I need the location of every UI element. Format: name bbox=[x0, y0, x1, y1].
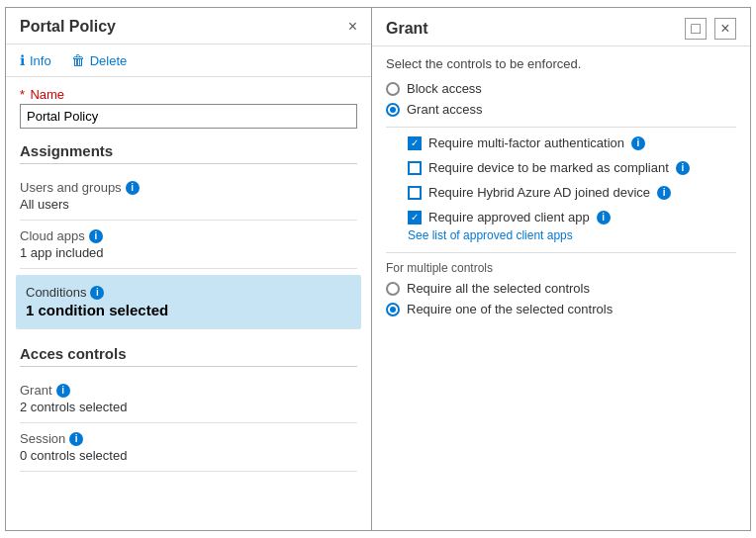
session-info-icon: i bbox=[69, 432, 83, 446]
grant-info-icon: i bbox=[56, 384, 70, 398]
require-all-label: Require all the selected controls bbox=[407, 281, 590, 296]
right-close-button[interactable]: × bbox=[714, 18, 736, 40]
hybrid-label: Require Hybrid Azure AD joined device bbox=[428, 185, 650, 200]
right-body: Select the controls to be enforced. Bloc… bbox=[372, 46, 750, 530]
compliant-info-icon: i bbox=[676, 161, 690, 175]
conditions-item[interactable]: Conditions i 1 condition selected bbox=[16, 275, 361, 329]
info-icon: ℹ bbox=[20, 52, 25, 68]
for-multiple-label: For multiple controls bbox=[386, 261, 736, 275]
maximize-button[interactable]: □ bbox=[685, 18, 707, 40]
right-panel-title: Grant bbox=[386, 20, 428, 38]
grant-item[interactable]: Grant i 2 controls selected bbox=[20, 375, 357, 423]
block-access-radio-circle bbox=[386, 82, 400, 96]
grant-access-label: Grant access bbox=[407, 102, 483, 117]
grant-label: Grant bbox=[20, 383, 52, 398]
right-header-buttons: □ × bbox=[685, 18, 736, 40]
cloud-apps-label: Cloud apps bbox=[20, 228, 85, 243]
mfa-checkbox-item[interactable]: Require multi-factor authentication i bbox=[408, 135, 736, 150]
delete-toolbar-item[interactable]: 🗑 Delete bbox=[71, 52, 128, 68]
cloud-apps-info-icon: i bbox=[89, 229, 103, 243]
approved-app-label: Require approved client app bbox=[428, 210, 590, 224]
compliant-checkbox-item[interactable]: Require device to be marked as compliant… bbox=[408, 160, 736, 175]
right-panel: Grant □ × Select the controls to be enfo… bbox=[372, 8, 750, 530]
hybrid-info-icon: i bbox=[657, 186, 671, 200]
left-panel-title: Portal Policy bbox=[20, 18, 116, 36]
access-controls-title: Acces controls bbox=[20, 345, 357, 367]
delete-label: Delete bbox=[90, 53, 128, 68]
cloud-apps-value: 1 app included bbox=[20, 245, 357, 260]
require-all-radio[interactable]: Require all the selected controls bbox=[386, 281, 736, 296]
left-header: Portal Policy × bbox=[6, 8, 371, 45]
approved-app-checkbox[interactable] bbox=[408, 211, 422, 224]
approved-app-info-icon: i bbox=[597, 211, 611, 224]
left-toolbar: ℹ Info 🗑 Delete bbox=[6, 45, 371, 77]
mfa-info-icon: i bbox=[631, 136, 645, 150]
cloud-apps-item[interactable]: Cloud apps i 1 app included bbox=[20, 221, 357, 269]
hybrid-checkbox-item[interactable]: Require Hybrid Azure AD joined device i bbox=[408, 185, 736, 200]
left-close-button[interactable]: × bbox=[348, 18, 357, 36]
session-label: Session bbox=[20, 431, 65, 446]
right-header: Grant □ × bbox=[372, 8, 750, 46]
compliant-label: Require device to be marked as compliant bbox=[428, 160, 669, 175]
access-radio-group: Block access Grant access bbox=[386, 81, 736, 117]
assignments-title: Assignments bbox=[20, 142, 357, 164]
require-one-label: Require one of the selected controls bbox=[407, 302, 613, 316]
session-value: 0 controls selected bbox=[20, 448, 357, 463]
users-groups-label: Users and groups bbox=[20, 180, 122, 195]
users-groups-item[interactable]: Users and groups i All users bbox=[20, 172, 357, 221]
session-item[interactable]: Session i 0 controls selected bbox=[20, 423, 357, 472]
mfa-label: Require multi-factor authentication bbox=[428, 135, 624, 150]
name-input[interactable] bbox=[20, 104, 357, 129]
require-one-radio[interactable]: Require one of the selected controls bbox=[386, 302, 736, 316]
approved-apps-link[interactable]: See list of approved client apps bbox=[408, 228, 736, 242]
block-access-radio[interactable]: Block access bbox=[386, 81, 736, 96]
conditions-value: 1 condition selected bbox=[26, 302, 351, 318]
hybrid-checkbox[interactable] bbox=[408, 186, 422, 200]
name-field-label: * Name bbox=[20, 87, 357, 102]
info-toolbar-item[interactable]: ℹ Info bbox=[20, 52, 51, 68]
grant-access-radio-circle bbox=[386, 103, 400, 117]
multiple-controls-radio-group: Require all the selected controls Requir… bbox=[386, 281, 736, 316]
required-star: * bbox=[20, 87, 25, 102]
users-groups-info-icon: i bbox=[126, 181, 140, 195]
grant-access-radio[interactable]: Grant access bbox=[386, 102, 736, 117]
main-container: Portal Policy × ℹ Info 🗑 Delete * Name A… bbox=[5, 7, 751, 531]
info-label: Info bbox=[30, 53, 51, 68]
divider-1 bbox=[386, 127, 736, 128]
left-panel: Portal Policy × ℹ Info 🗑 Delete * Name A… bbox=[6, 8, 372, 530]
grant-value: 2 controls selected bbox=[20, 400, 357, 414]
delete-icon: 🗑 bbox=[71, 52, 85, 68]
divider-2 bbox=[386, 252, 736, 253]
right-subtitle: Select the controls to be enforced. bbox=[386, 56, 736, 71]
approved-app-checkbox-item[interactable]: Require approved client app i bbox=[408, 210, 736, 224]
left-body: * Name Assignments Users and groups i Al… bbox=[6, 77, 371, 530]
users-groups-value: All users bbox=[20, 197, 357, 212]
compliant-checkbox[interactable] bbox=[408, 161, 422, 175]
conditions-info-icon: i bbox=[90, 286, 104, 300]
require-all-radio-circle bbox=[386, 282, 400, 296]
mfa-checkbox[interactable] bbox=[408, 136, 422, 150]
require-one-radio-circle bbox=[386, 303, 400, 316]
grant-controls-list: Require multi-factor authentication i Re… bbox=[408, 135, 736, 224]
block-access-label: Block access bbox=[407, 81, 482, 96]
conditions-label: Conditions bbox=[26, 285, 86, 300]
